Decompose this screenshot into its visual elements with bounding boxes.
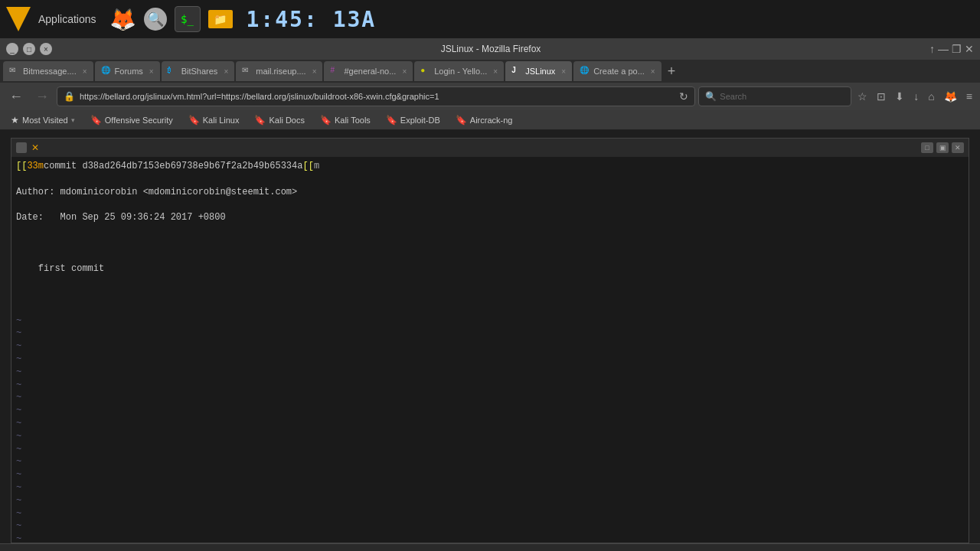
offensive-security-icon: 🔖	[90, 115, 102, 126]
bookmark-most-visited[interactable]: ★ Most Visited ▾	[5, 113, 81, 127]
bookmark-aircrack-ng-label: Aircrack-ng	[470, 116, 513, 125]
author-line: Author: mdominicorobin <mdominicorobin@s…	[16, 186, 964, 199]
browser-title: JSLinux - Mozilla Firefox	[52, 44, 929, 54]
taskbar: Applications 🦊 🔍 $_ 📁 1:45: 13A	[0, 0, 980, 38]
tilde-12: ~	[16, 456, 21, 467]
tilde-17: ~	[16, 520, 21, 531]
tilde-18: ~	[16, 533, 21, 543]
browser-up-arrow[interactable]: ↑	[929, 43, 935, 55]
bookmark-aircrack-ng[interactable]: 🔖 Aircrack-ng	[449, 113, 519, 127]
window-controls: _ □ ×	[6, 43, 52, 55]
tab-label-jslinux: JSLinux	[525, 67, 555, 76]
tab-favicon-jslinux: J	[511, 66, 522, 77]
tilde-3: ~	[16, 341, 21, 351]
tab-close-create-po[interactable]: ×	[651, 67, 655, 76]
terminal-content[interactable]: [[33mcommit d38ad264db7153eb69738e9b67f2…	[11, 157, 969, 543]
refresh-icon[interactable]: ↻	[679, 90, 688, 103]
window-close-button[interactable]: ×	[40, 43, 52, 55]
home-icon[interactable]: ⌂	[925, 89, 937, 104]
url-bar[interactable]: 🔒 https://bellard.org/jslinux/vm.html?ur…	[57, 86, 695, 106]
bookmark-kali-docs-label: Kali Docs	[269, 116, 304, 125]
forward-button[interactable]: →	[31, 86, 54, 108]
taskbar-apps-label[interactable]: Applications	[38, 13, 96, 25]
tab-bitshares[interactable]: ₿ BitShares ×	[162, 61, 235, 81]
tab-label-bitmessage: Bitmessage....	[23, 67, 77, 76]
tab-label-create-po: Create a po...	[593, 67, 645, 76]
tab-close-bitmessage[interactable]: ×	[83, 67, 87, 76]
tilde-5: ~	[16, 367, 21, 377]
tab-bitmessage[interactable]: ✉ Bitmessage.... ×	[3, 61, 93, 81]
bookmark-kali-linux-label: Kali Linux	[203, 116, 240, 125]
tab-label-general-no: #general-no...	[344, 67, 396, 76]
commit-line: [[33mcommit d38ad264db7153eb69738e9b67f2…	[16, 160, 964, 173]
browser-close-btn[interactable]: ✕	[965, 43, 974, 55]
ssl-lock-icon: 🔒	[64, 91, 75, 102]
tab-login-yello[interactable]: ● Login - Yello... ×	[414, 61, 504, 81]
terminal-maximize-button[interactable]: ▣	[936, 142, 949, 153]
bookmark-kali-linux[interactable]: 🔖 Kali Linux	[182, 113, 246, 127]
terminal-controls: □ ▣ ✕	[921, 142, 964, 153]
tab-close-general-no[interactable]: ×	[402, 67, 407, 76]
firefox-taskbar-icon[interactable]: 🦊	[110, 6, 136, 32]
tilde-15: ~	[16, 495, 21, 506]
navigation-bar: ← → 🔒 https://bellard.org/jslinux/vm.htm…	[0, 83, 980, 110]
browser-content-area: ✕ □ ▣ ✕ [[33mcommit d38ad264db7153eb6973…	[0, 130, 980, 551]
exploit-db-icon: 🔖	[386, 115, 397, 126]
window-maximize-button[interactable]: □	[23, 43, 35, 55]
window-minimize-button[interactable]: _	[6, 43, 18, 55]
tab-favicon-bitshares: ₿	[168, 66, 178, 77]
download-icon[interactable]: ↓	[910, 89, 922, 104]
star-icon[interactable]: ☆	[854, 89, 871, 104]
back-button[interactable]: ←	[5, 86, 28, 108]
menu-icon[interactable]: ≡	[963, 89, 975, 104]
filemanager-taskbar-icon[interactable]: 📁	[208, 10, 233, 28]
tab-close-bitshares[interactable]: ×	[224, 67, 228, 76]
tab-create-po[interactable]: 🌐 Create a po... ×	[573, 61, 662, 81]
browser-resize-btn[interactable]: ❐	[952, 43, 962, 55]
bookmark-kali-tools[interactable]: 🔖 Kali Tools	[314, 113, 377, 127]
terminal-close-button[interactable]: ✕	[952, 142, 964, 153]
kali-docs-icon: 🔖	[254, 115, 266, 126]
bookmark-kali-tools-label: Kali Tools	[335, 116, 371, 125]
search-bar[interactable]: 🔍 Search	[698, 86, 851, 106]
tab-label-forums: Forums	[115, 67, 143, 76]
bookmarks-bar: ★ Most Visited ▾ 🔖 Offensive Security 🔖 …	[0, 110, 980, 130]
pocket-icon[interactable]: ⬇	[892, 89, 907, 104]
tab-general-no[interactable]: # #general-no... ×	[324, 61, 413, 81]
tab-jslinux[interactable]: J JSLinux ×	[505, 61, 572, 81]
browser-min-btn[interactable]: —	[938, 43, 949, 55]
tab-favicon-general-no: #	[330, 66, 341, 77]
search-taskbar-icon[interactable]: 🔍	[144, 8, 167, 31]
most-visited-icon: ★	[11, 115, 19, 126]
kali-tools-icon: 🔖	[320, 115, 332, 126]
tilde-2: ~	[16, 328, 21, 338]
aircrack-ng-icon: 🔖	[456, 115, 467, 126]
bookmark-exploit-db[interactable]: 🔖 Exploit-DB	[380, 113, 446, 127]
tab-close-mail-riseup[interactable]: ×	[312, 67, 317, 76]
terminal-taskbar-icon[interactable]: $_	[175, 6, 201, 32]
tab-favicon-mail-riseup: ✉	[242, 66, 253, 77]
bookmark-exploit-db-label: Exploit-DB	[400, 116, 440, 125]
bookmark-kali-docs[interactable]: 🔖 Kali Docs	[248, 113, 310, 127]
taskbar-logo[interactable]	[6, 7, 31, 31]
tilde-7: ~	[16, 392, 21, 403]
tab-close-login-yello[interactable]: ×	[493, 67, 498, 76]
new-tab-button[interactable]: +	[663, 64, 681, 80]
tilde-11: ~	[16, 444, 21, 455]
bookmark-offensive-security[interactable]: 🔖 Offensive Security	[84, 113, 179, 127]
kali-linux-icon: 🔖	[188, 115, 200, 126]
tilde-10: ~	[16, 431, 21, 442]
tab-close-jslinux[interactable]: ×	[561, 67, 566, 76]
url-text: https://bellard.org/jslinux/vm.html?url=…	[80, 92, 675, 101]
browser-title-bar: _ □ × JSLinux - Mozilla Firefox ↑ — ❐ ✕	[0, 38, 980, 60]
tab-forums[interactable]: 🌐 Forums ×	[95, 61, 160, 81]
tab-mail-riseup[interactable]: ✉ mail.riseup.... ×	[236, 61, 322, 81]
tilde-9: ~	[16, 418, 21, 429]
nav-extra-icons: ☆ ⊡ ⬇ ↓ ⌂ 🦊 ≡	[854, 89, 975, 104]
tab-favicon-bitmessage: ✉	[9, 66, 20, 77]
tab-close-forums[interactable]: ×	[149, 67, 154, 76]
home-sync-icon[interactable]: ⊡	[874, 89, 889, 104]
firefox-account-icon[interactable]: 🦊	[941, 89, 960, 104]
terminal-restore-button[interactable]: □	[921, 142, 933, 153]
blank-line2	[16, 289, 964, 302]
